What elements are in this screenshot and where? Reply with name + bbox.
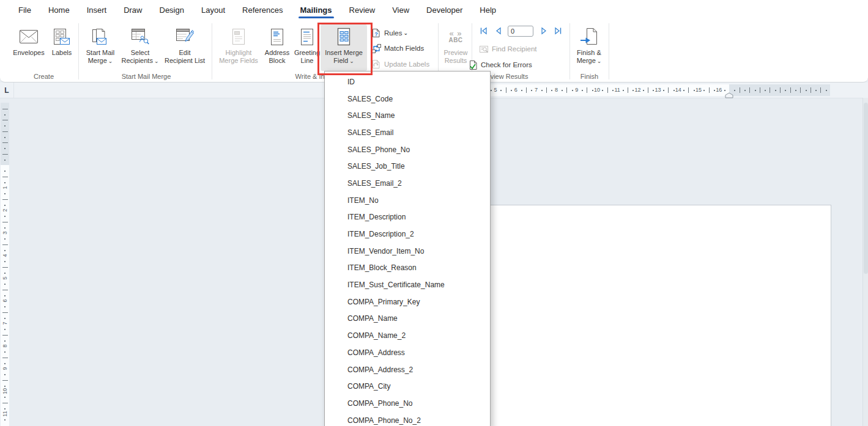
- merge-field-option-compa_phone_no[interactable]: COMPA_Phone_No: [325, 395, 490, 412]
- merge-field-option-compa_name[interactable]: COMPA_Name: [325, 310, 490, 328]
- ruler-tick: [607, 87, 608, 93]
- match-fields-button[interactable]: Match Fields: [371, 42, 424, 55]
- ruler-tick: [546, 87, 547, 93]
- previous-record-button[interactable]: [494, 26, 502, 35]
- merge-field-option-sales_job_title[interactable]: SALES_Job_Title: [325, 158, 490, 175]
- merge-field-option-item_sust_certificate_name[interactable]: ITEM_Sust_Certificate_Name: [325, 276, 490, 293]
- tab-insert[interactable]: Insert: [78, 1, 116, 20]
- vertical-scrollbar[interactable]: [862, 98, 868, 426]
- ruler-tick: [643, 90, 644, 91]
- tab-home[interactable]: Home: [40, 1, 78, 20]
- ruler-tick: [811, 87, 811, 93]
- finish-and-merge-button[interactable]: Finish &Merge⌄: [571, 24, 607, 71]
- first-record-button[interactable]: [479, 26, 488, 35]
- tab-references[interactable]: References: [234, 1, 291, 20]
- merge-field-option-sales_name[interactable]: SALES_Name: [325, 107, 490, 124]
- tab-design[interactable]: Design: [151, 1, 193, 20]
- group-separator: [78, 23, 79, 79]
- h-ruler-number: 6: [514, 87, 517, 93]
- merge-field-option-item_description[interactable]: ITEM_Description: [325, 209, 490, 226]
- labels-button[interactable]: Labels: [48, 24, 76, 71]
- tab-developer[interactable]: Developer: [418, 1, 471, 20]
- greeting-line-button[interactable]: GreetingLine: [292, 24, 322, 71]
- start-mail-merge-label: Start MailMerge⌄: [86, 49, 114, 65]
- tab-help[interactable]: Help: [471, 1, 505, 20]
- envelopes-button[interactable]: Envelopes: [11, 24, 46, 71]
- ruler-tick: [760, 87, 760, 93]
- scrollbar-thumb[interactable]: [864, 103, 868, 274]
- find-recipient-button[interactable]: Find Recipient: [478, 42, 537, 56]
- last-record-button[interactable]: [554, 26, 562, 35]
- ruler-tick: [623, 90, 624, 91]
- insert-merge-field-button[interactable]: Insert MergeField⌄: [321, 24, 367, 71]
- ruler-tick: [582, 90, 583, 91]
- right-margin-marker[interactable]: [725, 90, 733, 101]
- update-labels-button[interactable]: Update Labels: [371, 57, 429, 71]
- tab-review[interactable]: Review: [341, 1, 384, 20]
- greeting-line-label: GreetingLine: [294, 49, 320, 65]
- tab-layout[interactable]: Layout: [193, 1, 234, 20]
- address-block-button[interactable]: AddressBlock: [262, 24, 292, 71]
- merge-field-option-sales_email_2[interactable]: SALES_Email_2: [325, 175, 490, 192]
- tab-mailings[interactable]: Mailings: [292, 1, 341, 20]
- highlight-merge-fields-button[interactable]: HighlightMerge Fields: [215, 24, 262, 71]
- tab-view[interactable]: View: [384, 1, 418, 20]
- finish-and-merge-label: Finish &Merge⌄: [577, 49, 602, 65]
- h-ruler-number: 7: [535, 87, 538, 93]
- insert-merge-field-dropdown: IDSALES_CodeSALES_NameSALES_EmailSALES_P…: [324, 71, 491, 426]
- merge-field-option-compa_phone_no_2[interactable]: COMPA_Phone_No_2: [325, 412, 490, 426]
- labels-icon: [53, 24, 70, 49]
- merge-field-option-sales_code[interactable]: SALES_Code: [325, 90, 490, 108]
- ruler-tick: [709, 87, 710, 93]
- h-ruler-number: 11: [615, 87, 620, 93]
- merge-field-option-item_description_2[interactable]: ITEM_Description_2: [325, 226, 490, 243]
- ruler-tick: [780, 87, 781, 93]
- next-record-button[interactable]: [540, 26, 548, 35]
- merge-field-option-sales_phone_no[interactable]: SALES_Phone_No: [325, 141, 490, 158]
- insert-merge-field-icon: [336, 24, 352, 49]
- ruler-tick: [526, 87, 527, 93]
- ruler-tick: [744, 90, 746, 91]
- tab-draw[interactable]: Draw: [115, 1, 150, 20]
- edit-recipient-list-button[interactable]: EditRecipient List: [160, 24, 209, 71]
- check-for-errors-icon: [467, 60, 478, 70]
- record-number-input[interactable]: [508, 26, 533, 37]
- labels-label: Labels: [52, 49, 72, 57]
- h-ruler-number: 16: [716, 87, 722, 93]
- ruler-tick: [740, 87, 740, 93]
- rules-button[interactable]: ? Rules ⌄: [371, 26, 408, 40]
- start-mail-merge-icon: [91, 24, 109, 49]
- merge-field-option-compa_primary_key[interactable]: COMPA_Primary_Key: [325, 293, 490, 310]
- tab-stop-selector[interactable]: L: [0, 83, 14, 98]
- select-recipients-button[interactable]: SelectRecipients⌄: [120, 24, 160, 71]
- merge-field-option-sales_email[interactable]: SALES_Email: [325, 124, 490, 141]
- check-for-errors-button[interactable]: Check for Errors: [467, 58, 532, 72]
- match-fields-label: Match Fields: [384, 45, 424, 52]
- merge-field-option-compa_address[interactable]: COMPA_Address: [325, 344, 490, 361]
- chevron-down-icon: ⌄: [108, 58, 113, 64]
- merge-field-option-item_no[interactable]: ITEM_No: [325, 192, 490, 209]
- merge-field-option-item_block_reason[interactable]: ITEM_Block_Reason: [325, 260, 490, 277]
- merge-field-list: IDSALES_CodeSALES_NameSALES_EmailSALES_P…: [325, 72, 490, 426]
- group-separator: [569, 23, 570, 79]
- merge-field-option-compa_address_2[interactable]: COMPA_Address_2: [325, 361, 490, 378]
- merge-field-option-id[interactable]: ID: [325, 73, 490, 90]
- envelopes-label: Envelopes: [13, 49, 44, 57]
- match-fields-icon: [371, 43, 382, 54]
- tab-file[interactable]: File: [10, 1, 40, 20]
- h-ruler-number: 13: [655, 87, 661, 93]
- merge-field-option-item_vendor_item_no[interactable]: ITEM_Vendor_Item_No: [325, 243, 490, 260]
- ruler-tick: [775, 90, 776, 91]
- ruler-tick: [566, 87, 567, 93]
- highlight-merge-fields-icon: [231, 24, 247, 49]
- ruler-tick: [714, 90, 715, 91]
- merge-field-option-compa_name_2[interactable]: COMPA_Name_2: [325, 327, 490, 344]
- address-block-label: AddressBlock: [265, 49, 289, 65]
- merge-field-option-compa_city[interactable]: COMPA_City: [325, 378, 490, 395]
- start-mail-merge-button[interactable]: Start MailMerge⌄: [81, 24, 120, 71]
- ruler-tick: [749, 87, 750, 93]
- ruler-tick: [612, 90, 614, 91]
- ruler-tick: [551, 90, 552, 91]
- ruler-tick: [820, 87, 821, 93]
- h-ruler-number: 10: [594, 87, 600, 93]
